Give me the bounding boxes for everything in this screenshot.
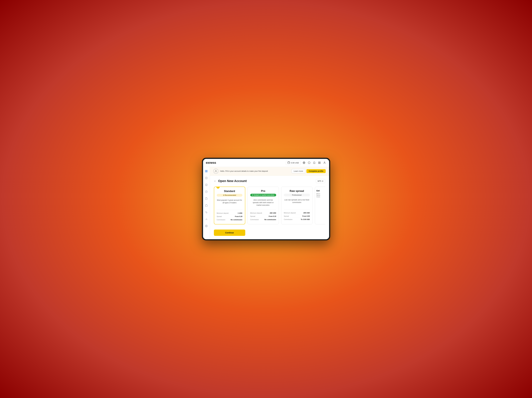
standard-stats: Minimum deposit 1 USD Spread From 0.20 C… xyxy=(217,210,242,221)
page-title-row: ← Open New Account xyxy=(214,179,247,183)
standard-spread-row: Spread From 0.20 xyxy=(217,215,242,218)
pro-card-title: Pro xyxy=(250,189,276,193)
pro-min-deposit-value: 200 USD xyxy=(270,212,276,214)
svg-point-10 xyxy=(324,162,325,163)
partial-title: Get xyxy=(317,189,325,192)
standard-spread-label: Spread xyxy=(217,215,222,217)
complete-profile-button[interactable]: Complete profile xyxy=(306,169,326,173)
pro-stats: Minimum deposit 200 USD Spread From 0.10… xyxy=(250,209,276,221)
account-card-partial[interactable]: Get Minim Sprea Comn xyxy=(315,187,325,224)
back-button[interactable]: ← xyxy=(214,180,216,183)
continue-button[interactable]: Continue xyxy=(214,229,245,236)
main-layout: Hello. Fill in your account details to m… xyxy=(203,167,329,239)
partial-stat2: Sprea xyxy=(317,195,325,196)
balance-badge[interactable]: 0.00 USD xyxy=(286,161,300,165)
svg-rect-13 xyxy=(205,171,206,172)
sidebar-item-analytics[interactable] xyxy=(204,217,208,221)
svg-point-25 xyxy=(206,226,207,226)
svg-point-26 xyxy=(215,170,216,171)
raw-spread-commission-row: Commission To 3.50 USD xyxy=(284,218,310,221)
svg-rect-11 xyxy=(205,170,206,171)
pro-desc: Zero commission and low spreads with bot… xyxy=(250,199,276,207)
platform-selector[interactable]: MT5 ▾ xyxy=(316,179,325,183)
pro-commission-value: No commission xyxy=(265,219,276,220)
wallet-icon xyxy=(287,161,290,164)
standard-card-title: Standard xyxy=(217,190,242,193)
standard-min-deposit-value: 1 USD xyxy=(238,212,242,214)
user-icon[interactable] xyxy=(323,161,326,164)
standard-commission-label: Commission xyxy=(217,219,225,221)
sidebar-item-deposit[interactable] xyxy=(204,176,208,180)
page-header: ← Open New Account MT5 ▾ xyxy=(214,179,325,183)
standard-min-deposit-row: Minimum deposit 1 USD xyxy=(217,212,242,215)
svg-rect-6 xyxy=(318,162,319,163)
account-card-raw-spread[interactable]: Raw spread Professional Low raw spreads … xyxy=(281,187,313,224)
account-card-pro[interactable]: Pro ⊙ Instant or market execution Zero c… xyxy=(247,187,279,224)
standard-min-deposit-label: Minimum deposit xyxy=(217,212,228,214)
account-card-standard[interactable]: ⭐ Standard ⊙ Recommended Most popular! A… xyxy=(214,187,245,224)
sidebar-item-trading[interactable] xyxy=(204,210,208,214)
banner-avatar-icon xyxy=(213,169,218,174)
raw-spread-badge: Professional xyxy=(284,194,310,196)
svg-rect-12 xyxy=(207,170,207,171)
svg-rect-8 xyxy=(318,163,319,164)
topbar-right: 0.00 USD xyxy=(286,161,326,165)
pro-spread-row: Spread From 0.10 xyxy=(250,215,276,218)
sidebar xyxy=(203,167,210,239)
sidebar-item-withdraw[interactable] xyxy=(204,183,208,187)
sidebar-item-dashboard[interactable] xyxy=(204,169,208,173)
device-frame: exness 0.00 USD xyxy=(202,158,330,240)
learn-more-button[interactable]: Learn more xyxy=(291,169,305,173)
standard-badge-text: Recommended xyxy=(225,194,236,196)
account-cards-container: ⭐ Standard ⊙ Recommended Most popular! A… xyxy=(214,187,325,226)
standard-badge-icon: ⊙ xyxy=(223,194,224,196)
svg-rect-0 xyxy=(288,162,290,163)
page-title: Open New Account xyxy=(218,179,247,183)
pro-badge-text: Instant or market execution xyxy=(254,194,274,196)
standard-desc: Most popular! A great account for all ty… xyxy=(217,199,242,207)
bell-icon[interactable] xyxy=(313,161,316,164)
pro-badge: ⊙ Instant or market execution xyxy=(250,194,276,196)
standard-commission-row: Commission No commission xyxy=(217,218,242,221)
raw-spread-badge-text: Professional xyxy=(292,194,301,196)
pro-min-deposit-row: Minimum deposit 200 USD xyxy=(250,211,276,215)
raw-spread-spread-row: Spread From 0.00 xyxy=(284,215,310,218)
raw-spread-card-title: Raw spread xyxy=(284,189,310,193)
raw-spread-commission-label: Commission xyxy=(284,219,293,220)
banner-actions: Learn more Complete profile xyxy=(291,169,326,173)
main-content: Hello. Fill in your account details to m… xyxy=(210,167,329,239)
raw-spread-commission-value: To 3.50 USD xyxy=(301,219,310,220)
partial-stat3: Comn xyxy=(317,196,325,198)
sidebar-item-history[interactable] xyxy=(204,190,208,194)
continue-section: Continue xyxy=(214,229,325,236)
pro-commission-row: Commission No commission xyxy=(250,218,276,221)
pro-badge-icon: ⊙ xyxy=(252,194,253,196)
svg-point-1 xyxy=(289,163,290,163)
svg-rect-14 xyxy=(207,171,207,172)
sidebar-item-reports[interactable] xyxy=(204,196,208,201)
raw-spread-min-deposit-row: Minimum deposit 200 USD xyxy=(284,211,310,215)
standard-badge: ⊙ Recommended xyxy=(217,194,242,196)
star-badge: ⭐ xyxy=(216,187,220,189)
sidebar-item-accounts[interactable] xyxy=(204,203,208,207)
balance-value: 0.00 USD xyxy=(291,162,299,164)
info-icon[interactable] xyxy=(307,161,311,164)
platform-value: MT5 xyxy=(318,180,321,182)
pro-spread-value: From 0.10 xyxy=(269,215,276,217)
raw-spread-desc: Low raw spreads and a low fixed commissi… xyxy=(284,199,310,207)
sidebar-item-settings[interactable] xyxy=(204,224,208,228)
standard-spread-value: From 0.20 xyxy=(235,215,242,217)
pro-min-deposit-label: Minimum deposit xyxy=(250,212,262,214)
pro-commission-label: Commission xyxy=(250,219,259,220)
raw-spread-stats: Minimum deposit 200 USD Spread From 0.00… xyxy=(284,209,310,221)
pro-spread-label: Spread xyxy=(250,215,255,217)
grid-icon[interactable] xyxy=(318,161,321,164)
banner: Hello. Fill in your account details to m… xyxy=(210,167,329,176)
globe-icon[interactable] xyxy=(302,161,306,164)
svg-rect-9 xyxy=(320,163,320,164)
logo: exness xyxy=(206,161,216,165)
partial-stat1: Minim xyxy=(317,193,325,195)
raw-spread-spread-value: From 0.00 xyxy=(302,215,310,217)
page-content: ← Open New Account MT5 ▾ ⭐ Sta xyxy=(210,176,329,239)
raw-spread-spread-label: Spread xyxy=(284,215,289,217)
